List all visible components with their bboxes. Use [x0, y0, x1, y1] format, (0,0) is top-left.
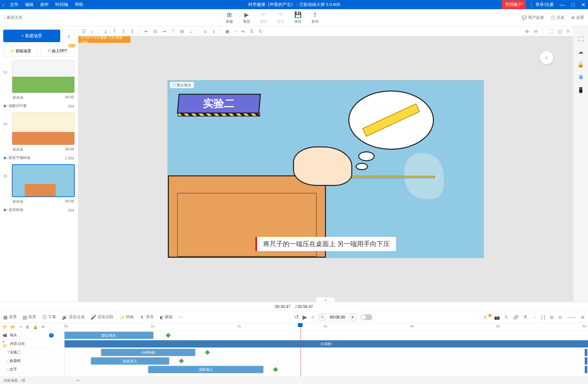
- track-camera-row[interactable]: 📹 镜头 ? ··: [0, 331, 64, 340]
- undo-button[interactable]: ↶ 撤销: [260, 11, 267, 24]
- publish-button[interactable]: ⇪ 发布: [311, 11, 319, 24]
- tl-rewind-button[interactable]: ↺: [294, 314, 299, 320]
- bubble2-element[interactable]: [356, 163, 368, 170]
- back-home-button[interactable]: ‹ 返回主页: [4, 15, 22, 20]
- loop-toggle[interactable]: [361, 314, 372, 320]
- copy-layer-icon[interactable]: ⎘: [567, 29, 570, 34]
- new-button[interactable]: ⊞ 新建: [226, 11, 233, 24]
- track-clip[interactable]: 小样特效: [101, 349, 195, 356]
- phone-icon[interactable]: 📱: [577, 87, 584, 93]
- scene-thumbnail[interactable]: [12, 164, 75, 197]
- track-row-exp2[interactable]: T 实验二 ··: [0, 348, 64, 357]
- title-badge-element[interactable]: 实验二: [178, 94, 267, 120]
- zoom-out-icon[interactable]: ⊖: [534, 29, 538, 34]
- panel-toggle-handle[interactable]: ⌄: [316, 297, 335, 302]
- track-cut-icon[interactable]: ✂: [19, 325, 22, 329]
- fullscreen-icon[interactable]: ◫: [558, 29, 562, 34]
- minimize-button[interactable]: —: [557, 2, 568, 8]
- align-right-icon[interactable]: ⇥: [162, 29, 166, 34]
- bubble1-element[interactable]: [358, 151, 375, 161]
- tl-fg-button[interactable]: ▧前景: [23, 314, 36, 320]
- tl-fx-button[interactable]: ✨特效: [119, 314, 134, 320]
- help-icon[interactable]: ?: [49, 333, 54, 338]
- tl-tts-button[interactable]: 🔊语音合成: [62, 314, 85, 320]
- keyframe[interactable]: [205, 350, 210, 354]
- align-bottom2-icon[interactable]: ⊥: [189, 29, 193, 34]
- clip-end-marker[interactable]: [585, 357, 587, 365]
- track-clip[interactable]: 顶部渐入: [148, 366, 263, 373]
- fit-icon[interactable]: ⛶: [548, 29, 553, 34]
- menu-file[interactable]: 文件: [7, 2, 22, 8]
- align-top-icon[interactable]: ⤒: [113, 29, 117, 34]
- audio-scene-button[interactable]: ♪: [63, 30, 75, 42]
- playhead[interactable]: [300, 323, 301, 377]
- align-middle-icon[interactable]: ⊞: [180, 29, 184, 34]
- align-down-icon[interactable]: ↧: [130, 29, 134, 34]
- new-scene-button[interactable]: + 新建场景: [3, 30, 60, 42]
- tl-record-button[interactable]: 🎙录音: [140, 314, 154, 320]
- scene-thumbnail[interactable]: [12, 112, 75, 145]
- tl-bracket-icon[interactable]: [·]: [541, 315, 545, 320]
- track-content-area[interactable]: 0s1s2s3s4s5s6s 默认镜头 6.00秒 小样特效 轮盘滑入 顶部渐入: [65, 323, 588, 377]
- align-top2-icon[interactable]: ⊤: [171, 29, 175, 34]
- subtitle-element[interactable]: 将尺子的一端压在桌面上 另一端用手向下压: [255, 237, 396, 251]
- track-row-titlebox[interactable]: ▢ 标题框 ··: [0, 357, 64, 365]
- audio-fab-button[interactable]: ♪: [540, 51, 553, 64]
- track-lock-icon[interactable]: 🔒: [33, 325, 38, 329]
- track-content-row[interactable]: ▾📁 内容-[14] ···: [0, 340, 64, 348]
- flip-h-icon[interactable]: ⇋: [241, 29, 245, 34]
- menu-timeline[interactable]: 时间轴: [52, 2, 71, 8]
- save-button[interactable]: 💾 保存: [294, 11, 302, 24]
- tl-filter-icon[interactable]: ⚗: [523, 315, 527, 320]
- align-up-icon[interactable]: ↥: [121, 29, 125, 34]
- smart-scene-button[interactable]: ✨ 智能场景: [3, 45, 38, 57]
- track-eye-icon[interactable]: 👁: [41, 325, 45, 329]
- tl-bg-button[interactable]: ▦背景: [3, 314, 17, 320]
- insert-ppt-button[interactable]: P 插入PPT VIP: [40, 45, 75, 57]
- tl-zoom-slider[interactable]: ——: [567, 315, 576, 320]
- settings-button[interactable]: ⚙ 设置: [571, 15, 584, 20]
- preview-button[interactable]: ▶ 预览: [243, 11, 250, 24]
- menu-edit[interactable]: 编辑: [22, 2, 37, 8]
- maximize-button[interactable]: □: [569, 2, 577, 8]
- tl-expand-button[interactable]: ⤢: [311, 315, 314, 320]
- distribute-v-icon[interactable]: ⫿: [213, 29, 215, 34]
- time-minus-button[interactable]: −: [319, 314, 326, 321]
- tl-edit-icon[interactable]: ✎: [504, 315, 508, 320]
- thought-bubble-element[interactable]: [348, 90, 434, 150]
- login-button[interactable]: 👤 登录/注册: [525, 2, 557, 8]
- tl-circle-plus-icon[interactable]: ⊕: [581, 315, 585, 320]
- track-folder-icon[interactable]: 📁: [3, 325, 8, 329]
- time-ruler[interactable]: 0s1s2s3s4s5s6s: [65, 323, 588, 331]
- left-hand-element[interactable]: [293, 146, 352, 186]
- group-icon[interactable]: ▣: [225, 29, 229, 34]
- canvas-content[interactable]: ☐ 默认镜头 实验二 将尺子的一端压在桌面上 另一端用手向下压: [168, 80, 484, 258]
- rotate-icon[interactable]: ↻: [259, 29, 263, 34]
- align-center-h-icon[interactable]: ⊟: [153, 29, 157, 34]
- tl-asr-button[interactable]: 🎤语音识别: [91, 314, 113, 320]
- history-button[interactable]: 🕐 历史: [550, 15, 565, 20]
- clip-end-marker[interactable]: [585, 349, 587, 356]
- tl-marker-icon[interactable]: ⎙V: [484, 315, 490, 320]
- redo-button[interactable]: ↷ 恢复: [277, 11, 284, 24]
- time-input[interactable]: [326, 315, 349, 320]
- camera-clip[interactable]: 默认镜头: [65, 332, 153, 339]
- home-icon[interactable]: ⌂: [91, 29, 94, 34]
- close-button[interactable]: ✕: [578, 2, 588, 8]
- scene-thumbnail[interactable]: [12, 60, 75, 93]
- status-cut-icon[interactable]: ✂: [76, 378, 79, 383]
- tl-more-button[interactable]: ⋯: [179, 315, 183, 320]
- track-delete-icon[interactable]: 🗑: [26, 325, 30, 329]
- tl-mask-button[interactable]: ◐蒙版: [160, 314, 173, 320]
- transition-row[interactable]: ▶ 波浪转场 1(s): [3, 206, 75, 214]
- ungroup-icon[interactable]: ▫: [234, 29, 236, 34]
- keyframe[interactable]: [179, 358, 184, 363]
- zoom-in-icon[interactable]: ⊕: [525, 29, 529, 34]
- tl-subtitle-button[interactable]: Ⓣ字幕: [42, 314, 56, 320]
- tl-grid-icon[interactable]: ⊞: [550, 315, 554, 320]
- device-icon[interactable]: 🖥: [578, 74, 583, 80]
- keyframe[interactable]: [273, 367, 278, 371]
- feedback-button[interactable]: 💬 用户反馈: [522, 15, 544, 20]
- canvas-viewport[interactable]: ☐ 默认镜头 实验二 将尺子的一端压在桌面上 另一端用手向下压 ♪ ⌄: [78, 36, 573, 302]
- align-left-icon[interactable]: ⇤: [145, 29, 148, 34]
